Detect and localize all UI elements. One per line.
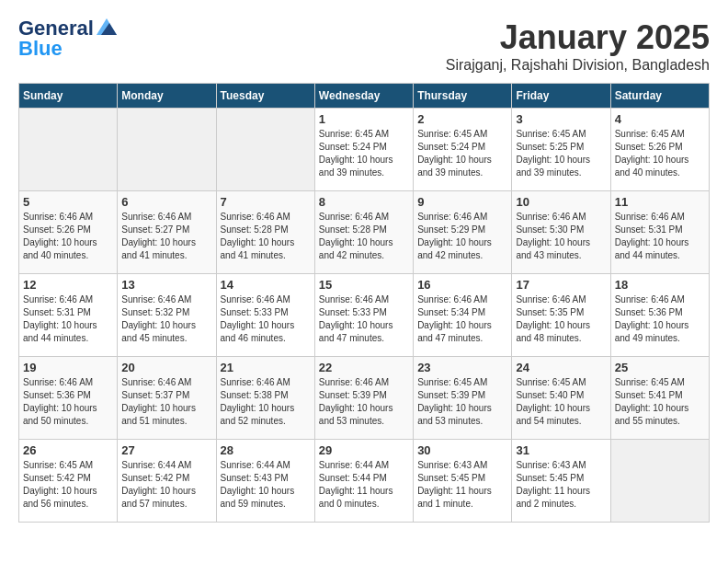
day-number: 31 bbox=[516, 443, 606, 457]
month-title: January 2025 bbox=[446, 18, 710, 57]
day-number: 13 bbox=[121, 278, 211, 292]
day-number: 19 bbox=[23, 361, 113, 374]
calendar-cell: 10Sunrise: 6:46 AMSunset: 5:30 PMDayligh… bbox=[512, 191, 610, 274]
calendar-cell: 13Sunrise: 6:46 AMSunset: 5:32 PMDayligh… bbox=[118, 274, 216, 357]
day-number: 1 bbox=[319, 112, 409, 126]
calendar-week-row: 1Sunrise: 6:45 AMSunset: 5:24 PMDaylight… bbox=[19, 109, 710, 191]
day-info: Sunrise: 6:45 AMSunset: 5:42 PMDaylight:… bbox=[23, 459, 113, 511]
day-number: 18 bbox=[615, 278, 705, 292]
weekday-header-row: SundayMondayTuesdayWednesdayThursdayFrid… bbox=[19, 84, 710, 109]
day-info: Sunrise: 6:45 AMSunset: 5:26 PMDaylight:… bbox=[615, 128, 705, 179]
day-info: Sunrise: 6:46 AMSunset: 5:28 PMDaylight:… bbox=[221, 211, 311, 262]
day-info: Sunrise: 6:44 AMSunset: 5:43 PMDaylight:… bbox=[221, 459, 311, 511]
day-number: 6 bbox=[121, 195, 211, 209]
day-info: Sunrise: 6:46 AMSunset: 5:32 PMDaylight:… bbox=[121, 293, 211, 345]
calendar-cell: 5Sunrise: 6:46 AMSunset: 5:26 PMDaylight… bbox=[19, 191, 118, 274]
day-number: 7 bbox=[221, 195, 311, 209]
calendar-cell: 31Sunrise: 6:43 AMSunset: 5:45 PMDayligh… bbox=[512, 440, 610, 523]
weekday-header: Saturday bbox=[610, 84, 709, 109]
calendar-cell: 19Sunrise: 6:46 AMSunset: 5:36 PMDayligh… bbox=[19, 357, 118, 440]
day-number: 29 bbox=[319, 443, 409, 457]
day-number: 16 bbox=[417, 278, 507, 292]
day-number: 26 bbox=[23, 443, 113, 457]
calendar-week-row: 19Sunrise: 6:46 AMSunset: 5:36 PMDayligh… bbox=[19, 357, 710, 440]
location: Sirajganj, Rajshahi Division, Bangladesh bbox=[446, 57, 710, 74]
day-number: 12 bbox=[23, 278, 113, 292]
day-info: Sunrise: 6:46 AMSunset: 5:27 PMDaylight:… bbox=[121, 211, 211, 262]
calendar-cell bbox=[610, 440, 709, 523]
day-info: Sunrise: 6:44 AMSunset: 5:44 PMDaylight:… bbox=[319, 459, 409, 511]
calendar-cell: 29Sunrise: 6:44 AMSunset: 5:44 PMDayligh… bbox=[314, 440, 413, 523]
day-number: 30 bbox=[417, 443, 507, 457]
day-info: Sunrise: 6:45 AMSunset: 5:39 PMDaylight:… bbox=[417, 376, 507, 428]
day-number: 5 bbox=[23, 195, 113, 209]
calendar-week-row: 5Sunrise: 6:46 AMSunset: 5:26 PMDaylight… bbox=[19, 191, 710, 274]
calendar-cell: 23Sunrise: 6:45 AMSunset: 5:39 PMDayligh… bbox=[414, 357, 512, 440]
day-info: Sunrise: 6:45 AMSunset: 5:41 PMDaylight:… bbox=[615, 376, 705, 428]
calendar-cell: 12Sunrise: 6:46 AMSunset: 5:31 PMDayligh… bbox=[19, 274, 118, 357]
day-info: Sunrise: 6:46 AMSunset: 5:28 PMDaylight:… bbox=[319, 211, 409, 262]
weekday-header: Sunday bbox=[19, 84, 118, 109]
calendar-cell bbox=[118, 109, 216, 191]
calendar-cell: 21Sunrise: 6:46 AMSunset: 5:38 PMDayligh… bbox=[216, 357, 314, 440]
day-info: Sunrise: 6:43 AMSunset: 5:45 PMDaylight:… bbox=[417, 459, 507, 511]
calendar-cell: 11Sunrise: 6:46 AMSunset: 5:31 PMDayligh… bbox=[610, 191, 709, 274]
day-info: Sunrise: 6:46 AMSunset: 5:30 PMDaylight:… bbox=[516, 211, 606, 262]
day-info: Sunrise: 6:46 AMSunset: 5:33 PMDaylight:… bbox=[319, 293, 409, 345]
day-info: Sunrise: 6:45 AMSunset: 5:25 PMDaylight:… bbox=[516, 128, 606, 179]
day-number: 28 bbox=[221, 443, 311, 457]
day-number: 23 bbox=[417, 361, 507, 374]
day-info: Sunrise: 6:46 AMSunset: 5:39 PMDaylight:… bbox=[319, 376, 409, 428]
day-info: Sunrise: 6:45 AMSunset: 5:40 PMDaylight:… bbox=[516, 376, 606, 428]
calendar-cell: 24Sunrise: 6:45 AMSunset: 5:40 PMDayligh… bbox=[512, 357, 610, 440]
day-number: 2 bbox=[417, 112, 507, 126]
day-number: 24 bbox=[516, 361, 606, 374]
day-number: 27 bbox=[121, 443, 211, 457]
calendar-cell: 27Sunrise: 6:44 AMSunset: 5:42 PMDayligh… bbox=[118, 440, 216, 523]
day-info: Sunrise: 6:46 AMSunset: 5:34 PMDaylight:… bbox=[417, 293, 507, 345]
calendar-cell: 25Sunrise: 6:45 AMSunset: 5:41 PMDayligh… bbox=[610, 357, 709, 440]
calendar-cell: 30Sunrise: 6:43 AMSunset: 5:45 PMDayligh… bbox=[414, 440, 512, 523]
title-area: January 2025 Sirajganj, Rajshahi Divisio… bbox=[446, 18, 710, 74]
day-info: Sunrise: 6:43 AMSunset: 5:45 PMDaylight:… bbox=[516, 459, 606, 511]
calendar-cell bbox=[19, 109, 118, 191]
day-number: 21 bbox=[221, 361, 311, 374]
day-info: Sunrise: 6:46 AMSunset: 5:33 PMDaylight:… bbox=[221, 293, 311, 345]
calendar-cell: 17Sunrise: 6:46 AMSunset: 5:35 PMDayligh… bbox=[512, 274, 610, 357]
calendar-cell: 14Sunrise: 6:46 AMSunset: 5:33 PMDayligh… bbox=[216, 274, 314, 357]
day-info: Sunrise: 6:46 AMSunset: 5:29 PMDaylight:… bbox=[417, 211, 507, 262]
day-number: 22 bbox=[319, 361, 409, 374]
day-info: Sunrise: 6:46 AMSunset: 5:26 PMDaylight:… bbox=[23, 211, 113, 262]
calendar-cell: 20Sunrise: 6:46 AMSunset: 5:37 PMDayligh… bbox=[118, 357, 216, 440]
calendar-cell: 1Sunrise: 6:45 AMSunset: 5:24 PMDaylight… bbox=[314, 109, 413, 191]
day-info: Sunrise: 6:46 AMSunset: 5:37 PMDaylight:… bbox=[121, 376, 211, 428]
day-number: 20 bbox=[121, 361, 211, 374]
calendar-cell: 3Sunrise: 6:45 AMSunset: 5:25 PMDaylight… bbox=[512, 109, 610, 191]
logo-icon bbox=[97, 18, 117, 35]
day-info: Sunrise: 6:46 AMSunset: 5:36 PMDaylight:… bbox=[615, 293, 705, 345]
day-number: 15 bbox=[319, 278, 409, 292]
logo-general: General bbox=[18, 18, 94, 39]
calendar-cell: 28Sunrise: 6:44 AMSunset: 5:43 PMDayligh… bbox=[216, 440, 314, 523]
day-info: Sunrise: 6:46 AMSunset: 5:38 PMDaylight:… bbox=[221, 376, 311, 428]
day-number: 14 bbox=[221, 278, 311, 292]
weekday-header: Monday bbox=[118, 84, 216, 109]
day-info: Sunrise: 6:46 AMSunset: 5:35 PMDaylight:… bbox=[516, 293, 606, 345]
day-number: 25 bbox=[615, 361, 705, 374]
calendar-cell: 6Sunrise: 6:46 AMSunset: 5:27 PMDaylight… bbox=[118, 191, 216, 274]
weekday-header: Wednesday bbox=[314, 84, 413, 109]
weekday-header: Thursday bbox=[414, 84, 512, 109]
calendar-cell: 16Sunrise: 6:46 AMSunset: 5:34 PMDayligh… bbox=[414, 274, 512, 357]
day-number: 3 bbox=[516, 112, 606, 126]
calendar-cell: 8Sunrise: 6:46 AMSunset: 5:28 PMDaylight… bbox=[314, 191, 413, 274]
day-number: 8 bbox=[319, 195, 409, 209]
day-info: Sunrise: 6:45 AMSunset: 5:24 PMDaylight:… bbox=[319, 128, 409, 179]
day-info: Sunrise: 6:46 AMSunset: 5:36 PMDaylight:… bbox=[23, 376, 113, 428]
weekday-header: Friday bbox=[512, 84, 610, 109]
logo: General Blue bbox=[18, 18, 117, 59]
calendar-table: SundayMondayTuesdayWednesdayThursdayFrid… bbox=[18, 83, 710, 523]
day-number: 4 bbox=[615, 112, 705, 126]
calendar-cell: 7Sunrise: 6:46 AMSunset: 5:28 PMDaylight… bbox=[216, 191, 314, 274]
day-number: 17 bbox=[516, 278, 606, 292]
calendar-cell: 22Sunrise: 6:46 AMSunset: 5:39 PMDayligh… bbox=[314, 357, 413, 440]
